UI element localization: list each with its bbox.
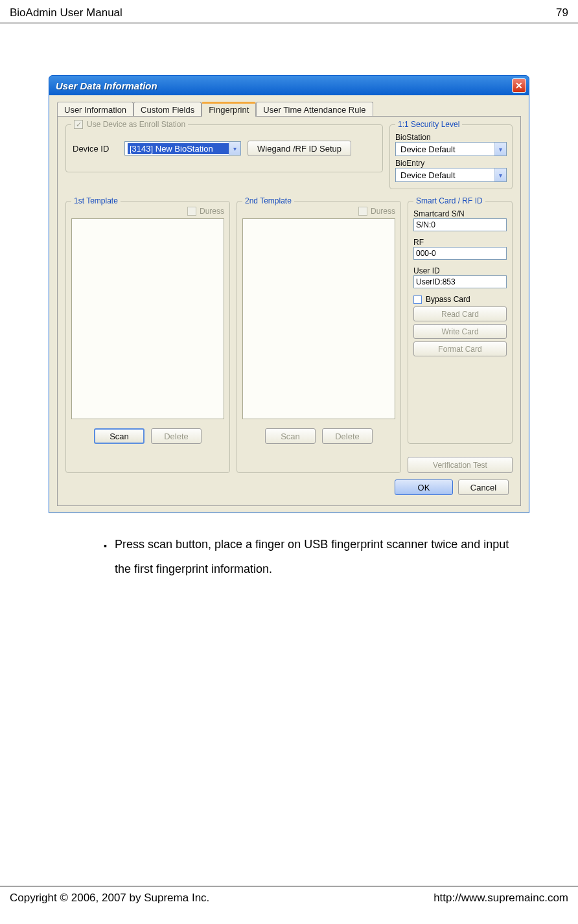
tab-user-information[interactable]: User Information bbox=[57, 102, 133, 117]
security-legend: 1:1 Security Level bbox=[395, 120, 462, 129]
chevron-down-icon[interactable]: ▾ bbox=[229, 142, 240, 155]
biostation-select[interactable]: Device Default ▾ bbox=[395, 142, 507, 156]
duress1-label: Duress bbox=[200, 207, 224, 216]
security-level-group: 1:1 Security Level BioStation Device Def… bbox=[389, 124, 513, 189]
duress2-checkbox[interactable] bbox=[358, 207, 367, 216]
footer-url: http://www.supremainc.com bbox=[434, 892, 568, 905]
dialog-titlebar: User Data Information ✕ bbox=[49, 76, 529, 95]
close-icon[interactable]: ✕ bbox=[512, 78, 526, 93]
smartcard-legend: Smart Card / RF ID bbox=[413, 196, 485, 205]
write-card-button[interactable]: Write Card bbox=[413, 324, 507, 339]
bypass-label: Bypass Card bbox=[426, 295, 470, 304]
instruction-text: Press scan button, place a finger on USB… bbox=[115, 533, 513, 582]
delete2-button[interactable]: Delete bbox=[322, 428, 373, 444]
fingerprint2-display bbox=[242, 218, 395, 419]
chevron-down-icon[interactable]: ▾ bbox=[494, 168, 506, 181]
format-card-button[interactable]: Format Card bbox=[413, 341, 507, 356]
instruction-item: ▪ Press scan button, place a finger on U… bbox=[104, 533, 513, 582]
wiegand-setup-button[interactable]: Wiegand /RF ID Setup bbox=[248, 141, 351, 156]
fingerprint1-display bbox=[71, 218, 224, 419]
userid-label: User ID bbox=[413, 266, 507, 275]
dialog-title: User Data Information bbox=[56, 80, 157, 91]
first-template-group: 1st Template Duress Scan Delete bbox=[65, 201, 230, 473]
scan2-button[interactable]: Scan bbox=[265, 428, 316, 444]
tab-custom-fields[interactable]: Custom Fields bbox=[133, 102, 202, 117]
smartcard-group: Smart Card / RF ID Smartcard S/N RF User… bbox=[408, 201, 513, 444]
user-data-dialog: User Data Information ✕ User Information… bbox=[49, 75, 529, 513]
biostation-label: BioStation bbox=[395, 133, 507, 142]
copyright: Copyright © 2006, 2007 by Suprema Inc. bbox=[10, 892, 209, 905]
tab-time-attendance[interactable]: User Time Attendance Rule bbox=[256, 102, 373, 117]
sn-input[interactable] bbox=[413, 218, 507, 231]
bullet-icon: ▪ bbox=[104, 537, 107, 582]
ok-button[interactable]: OK bbox=[395, 479, 453, 495]
page-number: 79 bbox=[556, 6, 568, 19]
rf-input[interactable] bbox=[413, 247, 507, 260]
doc-title: BioAdmin User Manual bbox=[10, 6, 122, 19]
sn-label: Smartcard S/N bbox=[413, 209, 507, 218]
tab-fingerprint[interactable]: Fingerprint bbox=[202, 102, 256, 117]
duress2-label: Duress bbox=[371, 207, 395, 216]
verification-test-button[interactable]: Verification Test bbox=[408, 457, 513, 473]
delete1-button[interactable]: Delete bbox=[151, 428, 202, 444]
second-template-legend: 2nd Template bbox=[242, 196, 294, 205]
cancel-button[interactable]: Cancel bbox=[458, 479, 509, 495]
use-device-checkbox[interactable]: ✓ bbox=[74, 120, 83, 129]
enroll-station-group: ✓ Use Device as Enroll Station Device ID… bbox=[65, 124, 383, 172]
device-id-select[interactable]: [3143] New BioStation ▾ bbox=[124, 141, 241, 156]
bypass-checkbox[interactable] bbox=[413, 295, 422, 304]
second-template-group: 2nd Template Duress Scan Delete bbox=[237, 201, 401, 473]
device-id-label: Device ID bbox=[73, 144, 118, 154]
duress1-checkbox[interactable] bbox=[187, 207, 196, 216]
chevron-down-icon[interactable]: ▾ bbox=[494, 143, 506, 156]
bioentry-label: BioEntry bbox=[395, 159, 507, 168]
scan1-button[interactable]: Scan bbox=[94, 428, 144, 444]
first-template-legend: 1st Template bbox=[71, 196, 121, 205]
bioentry-select[interactable]: Device Default ▾ bbox=[395, 168, 507, 182]
userid-input[interactable] bbox=[413, 275, 507, 288]
read-card-button[interactable]: Read Card bbox=[413, 306, 507, 321]
enroll-legend: Use Device as Enroll Station bbox=[87, 120, 185, 129]
rf-label: RF bbox=[413, 238, 507, 247]
